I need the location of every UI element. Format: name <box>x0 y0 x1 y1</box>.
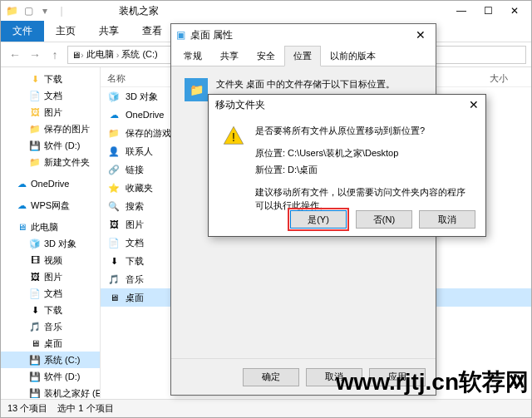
item-label: 收藏夹 <box>126 182 153 194</box>
cloud-icon: ☁ <box>16 178 27 189</box>
nav-tree: ⬇下载 📄文档 🖼图片 📁保存的图片 💾软件 (D:) 📁新建文件夹 ☁OneD… <box>1 67 101 398</box>
tree-soft-d2[interactable]: 💾软件 (D:) <box>1 368 100 385</box>
warning-icon: ! <box>222 125 245 148</box>
crumb-pc[interactable]: 此电脑 <box>84 48 116 61</box>
item-label: 图片 <box>126 219 144 231</box>
tree-pictures2[interactable]: 🖼图片 <box>1 268 100 285</box>
move-buttons: 是(Y) 否(N) 取消 <box>209 203 485 236</box>
tree-music[interactable]: 🎵音乐 <box>1 318 100 335</box>
drive-icon: 💾 <box>29 371 41 382</box>
ok-button[interactable]: 确定 <box>243 368 299 386</box>
crumb-drive[interactable]: 系统 (C:) <box>119 48 160 61</box>
music-icon: 🎵 <box>29 321 41 332</box>
yes-button[interactable]: 是(Y) <box>290 210 347 229</box>
folder-large-icon: 📁 <box>185 78 208 101</box>
folder-icon: 📁 <box>107 126 121 140</box>
tab-location[interactable]: 位置 <box>284 46 321 66</box>
music-icon: 🎵 <box>107 273 121 286</box>
props-title-text: 桌面 属性 <box>190 28 233 42</box>
tree-label: 下载 <box>44 73 62 86</box>
item-label: 搜索 <box>126 200 144 213</box>
tree-label: 视频 <box>44 254 62 267</box>
tab-home[interactable]: 主页 <box>44 21 87 42</box>
nav-buttons: ← → ↑ <box>6 46 64 64</box>
folder-icon: ▣ <box>176 29 185 41</box>
tab-share[interactable]: 共享 <box>211 46 248 66</box>
tree-sys-c[interactable]: 💾系统 (C:) <box>1 352 100 368</box>
quick-access-toolbar: 📁 ▢ ▾ | <box>4 3 69 18</box>
yes-highlight: 是(Y) <box>288 208 349 231</box>
3d-icon: 🧊 <box>29 238 41 249</box>
contacts-icon: 👤 <box>107 145 121 158</box>
qat-sep: | <box>54 3 69 18</box>
tree-pictures[interactable]: 🖼图片 <box>1 104 100 120</box>
tree-downloads[interactable]: ⬇下载 <box>1 71 100 87</box>
orig-location: 原位置: C:\Users\装机之家\Desktop <box>255 147 472 160</box>
qat-dropdown[interactable]: ▾ <box>37 3 52 18</box>
close-button[interactable]: ✕ <box>411 28 431 42</box>
tree-3d[interactable]: 🧊3D 对象 <box>1 235 100 252</box>
forward-button[interactable]: → <box>26 46 44 64</box>
up-button[interactable]: ↑ <box>46 46 64 64</box>
move-question: 是否要将所有文件从原位置移动到新位置? <box>255 125 472 137</box>
status-bar: 13 个项目 选中 1 个项目 <box>1 399 531 417</box>
desktop-icon: 🖥 <box>29 337 41 349</box>
move-title-text: 移动文件夹 <box>215 98 265 112</box>
document-icon: 📄 <box>29 288 41 299</box>
tab-share[interactable]: 共享 <box>87 21 131 42</box>
item-label: 文档 <box>126 237 144 249</box>
window-title: 装机之家 <box>119 4 159 18</box>
tree-onedrive[interactable]: ☁OneDrive <box>1 175 100 192</box>
tree-documents[interactable]: 📄文档 <box>1 87 100 104</box>
tree-label: 文档 <box>44 288 62 300</box>
tree-thispc[interactable]: 🖥此电脑 <box>1 219 100 235</box>
tree-saved-pictures[interactable]: 📁保存的图片 <box>1 120 100 137</box>
3d-icon: 🧊 <box>107 90 121 103</box>
tree-label: 文档 <box>44 90 62 102</box>
tree-soft-d[interactable]: 💾软件 (D:) <box>1 137 100 154</box>
col-size[interactable]: 大小 <box>490 72 508 85</box>
tree-label: 保存的图片 <box>44 123 90 135</box>
tree-documents2[interactable]: 📄文档 <box>1 285 100 302</box>
title-bar: 📁 ▢ ▾ | 装机之家 — ☐ ✕ <box>1 1 531 21</box>
tab-prev[interactable]: 以前的版本 <box>321 46 385 66</box>
props-tabs: 常规 共享 安全 位置 以前的版本 <box>171 46 436 66</box>
close-button[interactable]: ✕ <box>469 98 479 111</box>
tree-new-folder[interactable]: 📁新建文件夹 <box>1 154 100 170</box>
folder-icon: 📁 <box>29 156 41 168</box>
item-label: 保存的游戏 <box>126 127 171 140</box>
tree-zjzj[interactable]: 💾装机之家好 (E:) <box>1 385 100 398</box>
cancel-button[interactable]: 取消 <box>419 210 475 229</box>
tree-downloads2[interactable]: ⬇下载 <box>1 302 100 318</box>
tab-security[interactable]: 安全 <box>248 46 284 66</box>
tab-file[interactable]: 文件 <box>1 21 44 42</box>
picture-icon: 🖼 <box>29 106 41 118</box>
tree-wps[interactable]: ☁WPS网盘 <box>1 197 100 214</box>
tab-general[interactable]: 常规 <box>175 46 211 66</box>
qat-item[interactable]: ▢ <box>21 3 36 18</box>
item-label: 3D 对象 <box>126 91 158 103</box>
picture-icon: 🖼 <box>29 271 41 283</box>
minimize-button[interactable]: — <box>448 2 475 20</box>
link-icon: 🔗 <box>107 163 121 176</box>
tree-videos[interactable]: 🎞视频 <box>1 252 100 268</box>
item-label: 链接 <box>126 164 144 176</box>
maximize-button[interactable]: ☐ <box>475 2 501 20</box>
tree-desktop[interactable]: 🖥桌面 <box>1 335 100 352</box>
close-button[interactable]: ✕ <box>501 2 528 20</box>
move-title-bar: 移动文件夹 ✕ <box>209 95 485 115</box>
download-icon: ⬇ <box>29 304 41 316</box>
item-label: 下载 <box>126 255 144 268</box>
no-button[interactable]: 否(N) <box>356 210 412 229</box>
props-title-bar: ▣ 桌面 属性 ✕ <box>171 24 436 46</box>
search-icon: 🔍 <box>107 199 121 213</box>
cloud-icon: ☁ <box>16 199 27 211</box>
tab-view[interactable]: 查看 <box>131 21 174 42</box>
folder-icon: 📁 <box>4 3 19 18</box>
move-text: 是否要将所有文件从原位置移动到新位置? 原位置: C:\Users\装机之家\D… <box>255 125 472 215</box>
item-count: 13 个项目 <box>7 402 47 415</box>
move-folder-dialog: 移动文件夹 ✕ ! 是否要将所有文件从原位置移动到新位置? 原位置: C:\Us… <box>208 94 486 237</box>
back-button[interactable]: ← <box>6 46 24 64</box>
tree-label: 桌面 <box>44 337 62 350</box>
svg-text:!: ! <box>232 130 235 144</box>
